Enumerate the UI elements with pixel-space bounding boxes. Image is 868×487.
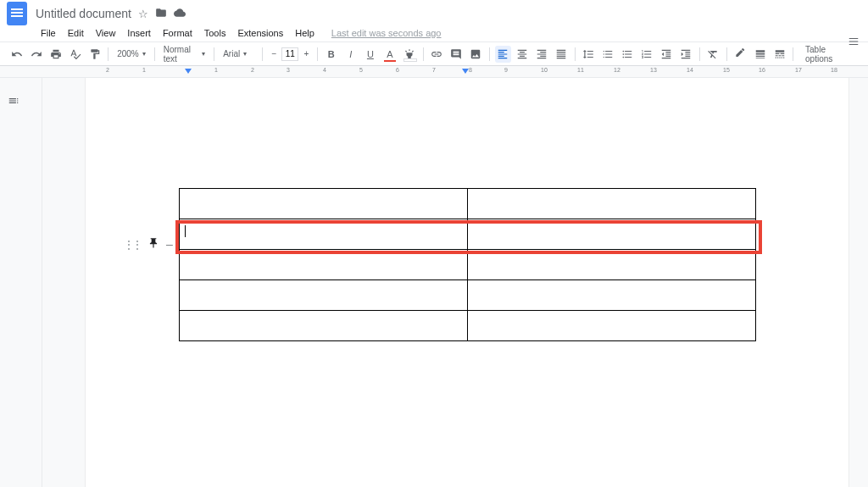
right-indent-marker[interactable] (462, 69, 469, 74)
table-cell[interactable] (468, 219, 756, 250)
ruler-number: 14 (687, 67, 693, 73)
table-row (180, 250, 756, 280)
italic-button[interactable]: I (342, 46, 359, 63)
border-color-button[interactable] (732, 46, 748, 63)
menu-extensions[interactable]: Extensions (232, 26, 288, 40)
table-cell[interactable] (180, 189, 468, 219)
insert-comment-button[interactable] (448, 46, 465, 63)
align-center-button[interactable] (515, 46, 531, 63)
align-left-button[interactable] (495, 46, 511, 63)
text-cursor (185, 225, 186, 237)
paragraph-style-select[interactable]: Normal text (160, 46, 209, 63)
spellcheck-button[interactable] (67, 46, 83, 63)
align-justify-button[interactable] (554, 46, 570, 63)
page-container: ⋮⋮ ─ (31, 78, 868, 487)
left-indent-marker[interactable] (185, 69, 192, 74)
cloud-status-icon[interactable] (174, 7, 186, 21)
outline-toggle-icon[interactable] (8, 95, 23, 110)
bullet-list-button[interactable] (620, 46, 636, 63)
document-title[interactable]: Untitled document (36, 7, 131, 20)
table-cell[interactable] (180, 280, 468, 311)
zoom-select[interactable]: 200% (114, 46, 149, 63)
fontsize-control: − + (268, 47, 312, 61)
side-panel-toggle[interactable] (848, 36, 860, 51)
menu-format[interactable]: Format (158, 26, 198, 40)
fontsize-decrease[interactable]: − (268, 48, 280, 60)
move-icon[interactable] (155, 7, 167, 21)
redo-button[interactable] (28, 46, 44, 63)
toolbar: 200% Normal text Arial − + B I U A Table… (0, 42, 868, 66)
menu-tools[interactable]: Tools (199, 26, 231, 40)
ruler-number: 7 (432, 67, 436, 73)
menu-insert[interactable]: Insert (122, 26, 156, 40)
star-icon[interactable]: ☆ (138, 8, 148, 20)
table-cell[interactable] (180, 250, 468, 280)
border-width-button[interactable] (752, 46, 768, 63)
underline-button[interactable]: U (362, 46, 378, 63)
ruler-number: 1 (214, 67, 218, 73)
indent-decrease-button[interactable] (659, 46, 675, 63)
ruler-number: 17 (795, 67, 802, 73)
table-cell[interactable] (468, 250, 756, 280)
docs-logo-icon[interactable] (7, 2, 27, 25)
table-cell[interactable] (180, 219, 468, 250)
document-page[interactable]: ⋮⋮ ─ (86, 78, 849, 487)
table-row (180, 280, 756, 311)
font-select[interactable]: Arial (220, 46, 257, 63)
ruler-number: 12 (614, 67, 620, 73)
ruler-number: 6 (396, 67, 399, 73)
menu-edit[interactable]: Edit (63, 26, 89, 40)
align-right-button[interactable] (534, 46, 550, 63)
ruler-number: 9 (504, 67, 508, 73)
insert-link-button[interactable] (428, 46, 444, 63)
menu-bar: File Edit View Insert Format Tools Exten… (0, 24, 868, 42)
title-bar: Untitled document ☆ (0, 0, 868, 24)
ruler-number: 11 (577, 67, 584, 73)
ruler-number: 2 (251, 67, 254, 73)
highlight-button[interactable] (401, 46, 417, 63)
print-button[interactable] (47, 46, 64, 63)
ruler-number: 3 (287, 67, 290, 73)
workspace: ⋮⋮ ─ (0, 78, 868, 487)
fontsize-input[interactable] (281, 47, 298, 61)
ruler-number: 4 (323, 67, 326, 73)
ruler-number: 8 (469, 67, 472, 73)
row-handles: ⋮⋮ ─ (124, 237, 173, 252)
drag-handle-icon[interactable]: ⋮⋮ (124, 239, 141, 251)
vertical-ruler[interactable] (31, 78, 42, 487)
table-cell[interactable] (468, 311, 756, 341)
clear-formatting-button[interactable] (705, 46, 721, 63)
table-row (180, 189, 756, 219)
menu-file[interactable]: File (36, 26, 61, 40)
indent-increase-button[interactable] (678, 46, 694, 63)
border-style-button[interactable] (771, 46, 787, 63)
text-color-button[interactable]: A (381, 46, 398, 63)
insert-image-button[interactable] (468, 46, 484, 63)
line-spacing-button[interactable] (581, 46, 597, 63)
horizontal-ruler[interactable]: 21123456789101112131415161718 (0, 66, 868, 78)
ruler-number: 10 (541, 67, 548, 73)
fontsize-increase[interactable]: + (300, 48, 312, 60)
table-cell[interactable] (180, 311, 468, 341)
table-row (180, 311, 756, 341)
ruler-number: 1 (142, 67, 146, 73)
checklist-button[interactable] (600, 46, 616, 63)
save-status[interactable]: Last edit was seconds ago (331, 28, 442, 38)
menu-view[interactable]: View (91, 26, 121, 40)
numbered-list-button[interactable] (639, 46, 655, 63)
table-cell[interactable] (468, 280, 756, 311)
add-row-hint-icon[interactable]: ─ (166, 240, 173, 250)
document-table[interactable] (179, 188, 756, 341)
ruler-number: 13 (650, 67, 657, 73)
ruler-number: 16 (759, 67, 765, 73)
ruler-number: 15 (723, 67, 730, 73)
ruler-number: 5 (359, 67, 363, 73)
bold-button[interactable]: B (323, 46, 339, 63)
undo-button[interactable] (8, 46, 25, 63)
table-cell[interactable] (468, 189, 756, 219)
table-row (180, 219, 756, 250)
ruler-number: 18 (831, 67, 837, 73)
paint-format-button[interactable] (86, 46, 103, 63)
pin-row-icon[interactable] (147, 237, 159, 252)
menu-help[interactable]: Help (290, 26, 320, 40)
